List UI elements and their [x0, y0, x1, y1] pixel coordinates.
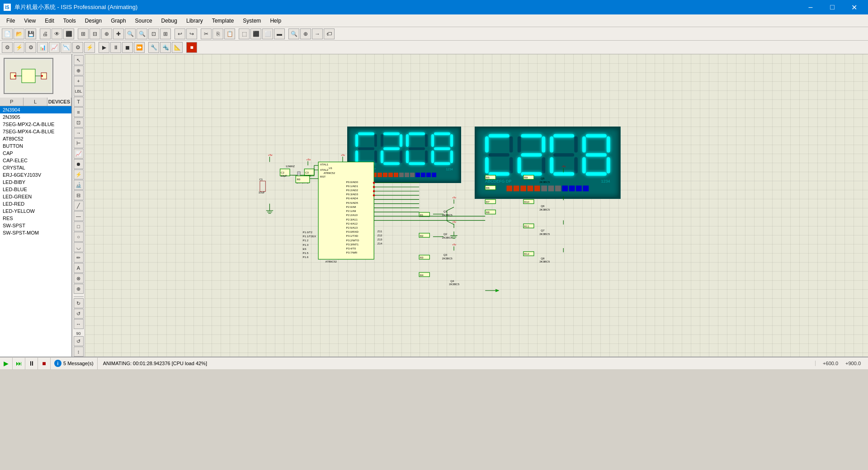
align1-btn[interactable]: ⬚ [239, 28, 250, 39]
close-button[interactable]: ✕ [844, 0, 864, 14]
tool-line[interactable]: — [74, 211, 84, 221]
tool-junction[interactable]: + [74, 76, 84, 86]
origin-btn[interactable]: ⊕ [101, 28, 112, 39]
zoom-fit-btn[interactable]: ⊡ [148, 28, 159, 39]
zoom4-btn[interactable]: ⊕ [300, 28, 311, 39]
menu-debug[interactable]: Debug [157, 16, 182, 26]
sim-btn10[interactable]: ⏸ [110, 42, 121, 53]
device-button[interactable]: BUTTON [0, 142, 71, 150]
open-btn[interactable]: 📂 [14, 28, 24, 39]
sim-btn8[interactable]: ⚡ [84, 42, 95, 53]
tool-tape[interactable]: ⏺ [74, 159, 84, 169]
save-btn[interactable]: 💾 [25, 28, 36, 39]
tool-terminal[interactable]: → [74, 128, 84, 138]
tab-p[interactable]: P [0, 98, 24, 106]
menu-help[interactable]: Help [265, 16, 286, 26]
tool-battery[interactable]: ⊟ [74, 190, 84, 200]
snap-btn[interactable]: ✚ [113, 28, 124, 39]
menu-source[interactable]: Source [131, 16, 157, 26]
copy-btn[interactable]: ⎘ [212, 28, 223, 39]
tool-arc[interactable]: ◡ [74, 242, 84, 252]
sim-red-btn[interactable]: ■ [186, 42, 197, 53]
device-led-yellow[interactable]: LED-YELLOW [0, 207, 71, 215]
new-btn[interactable]: 📄 [2, 28, 13, 39]
zoom-in-btn[interactable]: 🔍 [125, 28, 136, 39]
tool-probe[interactable]: 🔬 [74, 180, 84, 190]
grid-btn[interactable]: ⊞ [78, 28, 89, 39]
step-play-button[interactable]: ⏭ [13, 357, 25, 370]
minimize-button[interactable]: – [800, 0, 821, 14]
align2-btn[interactable]: ⬛ [250, 28, 261, 39]
print-prev-btn[interactable]: 👁 [52, 28, 62, 39]
sim-btn2[interactable]: ⚡ [14, 42, 24, 53]
undo-btn[interactable]: ↩ [175, 28, 185, 39]
tab-l[interactable]: L [24, 98, 47, 106]
tool-label[interactable]: LBL [74, 86, 84, 96]
schematic[interactable]: U1 AT89C52 XTAL1 XTAL2 RST P0.0/AD0 P0.1… [85, 54, 868, 357]
device-at89c52[interactable]: AT89C52 [0, 135, 71, 142]
zoom3-btn[interactable]: 🔍 [288, 28, 299, 39]
nav-btn[interactable]: → [312, 28, 323, 39]
device-res[interactable]: RES [0, 215, 71, 222]
sim-btn1[interactable]: ⚙ [2, 42, 13, 53]
tool-subcircuit[interactable]: ⊡ [74, 118, 84, 127]
sim-btn7[interactable]: ⚙ [72, 42, 83, 53]
menu-tools[interactable]: Tools [59, 16, 80, 26]
stop-button[interactable]: ■ [38, 357, 51, 370]
tool-flip-v[interactable]: ↕ [74, 347, 84, 357]
menu-design[interactable]: Design [80, 16, 106, 26]
menu-template[interactable]: Template [208, 16, 239, 26]
sim-btn12[interactable]: ⏩ [134, 42, 145, 53]
print-btn[interactable]: 🖨 [40, 28, 51, 39]
sim-btn4[interactable]: 📊 [37, 42, 48, 53]
tag-btn[interactable]: 🏷 [324, 28, 335, 39]
tool-rotate-cw[interactable]: ↻ [74, 298, 84, 308]
device-2n3904[interactable]: 2N3904 [0, 106, 71, 113]
menu-graph[interactable]: Graph [106, 16, 130, 26]
canvas-area[interactable]: ABCDEFG DP 1234 [85, 54, 868, 357]
device-7seg-mpx2[interactable]: 7SEG-MPX2-CA-BLUE [0, 121, 71, 128]
device-cap[interactable]: CAP [0, 150, 71, 157]
tool-component[interactable]: ⊕ [74, 66, 84, 75]
sim-btn11[interactable]: ◼ [122, 42, 133, 53]
device-crystal[interactable]: CRYSTAL [0, 164, 71, 171]
tool-circle[interactable]: ○ [74, 232, 84, 242]
device-7seg-mpx4[interactable]: 7SEG-MPX4-CA-BLUE [0, 128, 71, 135]
sim-btn3[interactable]: ⚙ [25, 42, 36, 53]
sim-btn6[interactable]: 📉 [61, 42, 71, 53]
maximize-button[interactable]: □ [822, 0, 843, 14]
sim-btn9[interactable]: ▶ [99, 42, 109, 53]
sim-btn13[interactable]: 🔧 [148, 42, 159, 53]
zoom-out-btn[interactable]: 🔍 [137, 28, 147, 39]
tool-rotate-ccw[interactable]: ↺ [74, 309, 84, 319]
align3-btn[interactable]: ⬜ [262, 28, 273, 39]
device-led-green[interactable]: LED-GREEN [0, 193, 71, 200]
tool-origin[interactable]: ⊕ [74, 284, 84, 294]
tab-devices[interactable]: DEVICES [47, 98, 71, 106]
tool-rotate2[interactable]: ↺ [74, 336, 84, 346]
tool-marker[interactable]: ⊗ [74, 273, 84, 283]
zoom-area-btn[interactable]: ⊞ [160, 28, 171, 39]
tool-generator[interactable]: ⚡ [74, 169, 84, 179]
align4-btn[interactable]: ▬ [274, 28, 285, 39]
menu-library[interactable]: Library [182, 16, 208, 26]
device-led-blue[interactable]: LED-BLUE [0, 186, 71, 193]
device-led-biby[interactable]: LED-BIBY [0, 179, 71, 186]
device-erj[interactable]: ERJ-6GEYJ103V [0, 171, 71, 179]
sim-btn14[interactable]: 🔩 [160, 42, 171, 53]
menu-view[interactable]: View [19, 16, 40, 26]
device-2n3905[interactable]: 2N3905 [0, 113, 71, 121]
paste-btn[interactable]: 📋 [224, 28, 235, 39]
tool-flip-h[interactable]: ↔ [74, 319, 84, 329]
menu-edit[interactable]: Edit [40, 16, 59, 26]
menu-file[interactable]: File [2, 16, 19, 26]
menu-system[interactable]: System [238, 16, 265, 26]
device-led-red[interactable]: LED-RED [0, 200, 71, 207]
tool-symbol[interactable]: A [74, 263, 84, 273]
tool-wire[interactable]: ╱ [74, 201, 84, 211]
sim-btn5[interactable]: 📈 [49, 42, 60, 53]
tool-device-pin[interactable]: ⊢ [74, 138, 84, 148]
device-list[interactable]: 2N3904 2N3905 7SEG-MPX2-CA-BLUE 7SEG-MPX… [0, 106, 71, 357]
tool-bus[interactable]: ≡ [74, 107, 84, 117]
tool-graph[interactable]: 📈 [74, 149, 84, 159]
